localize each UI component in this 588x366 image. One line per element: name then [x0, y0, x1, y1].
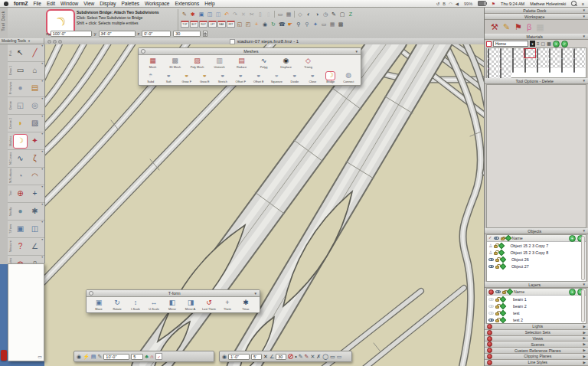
tool-button-secondary[interactable]: +: [28, 187, 42, 201]
add-material-button[interactable]: +: [553, 41, 560, 47]
close-icon[interactable]: [89, 291, 93, 296]
pen-icon[interactable]: ✎: [299, 354, 303, 359]
lock-icon[interactable]: [494, 245, 498, 248]
material-swatch[interactable]: [487, 58, 499, 68]
chevron-down-icon[interactable]: ▼: [583, 229, 586, 233]
layer-name[interactable]: beam 2: [513, 304, 527, 309]
toolbar-icon[interactable]: ▦: [285, 10, 292, 18]
diamond-icon[interactable]: [500, 256, 506, 262]
mesh-tool-button[interactable]: ◒ Close: [304, 71, 322, 84]
toolbar-icon[interactable]: ☛: [286, 20, 294, 28]
diamond-icon[interactable]: [498, 242, 505, 248]
material-swatch[interactable]: [524, 58, 536, 68]
material-swatch[interactable]: [560, 58, 573, 68]
toolbar-icon[interactable]: ☎: [278, 20, 286, 28]
tool-button-secondary[interactable]: ◫: [28, 222, 42, 237]
spotlight-search-icon[interactable]: [571, 1, 577, 6]
palette-dock-header[interactable]: Palette Dock ▼: [485, 8, 588, 14]
lock-column-icon[interactable]: [501, 237, 505, 240]
object-row[interactable]: ♙ Object 15 2 3 Copy 7: [487, 242, 586, 249]
mesh-tool-button[interactable]: ◒ Offset E: [250, 71, 268, 84]
workspace-tool-icon[interactable]: ⚑: [514, 23, 522, 31]
angle-icon[interactable]: ∠: [270, 354, 274, 359]
materials-library-select[interactable]: Home: [493, 41, 528, 47]
tool-button-primary[interactable]: ∿: [13, 152, 28, 166]
diamond-icon[interactable]: [500, 309, 506, 315]
toolbar-icon[interactable]: +: [253, 20, 260, 28]
tool-button-primary[interactable]: ▣: [13, 222, 28, 237]
workspace-tool-icon[interactable]: ▦: [536, 23, 544, 31]
snap-divisions-field[interactable]: 5': [251, 354, 262, 360]
x-coordinate-field[interactable]: 100'-0": [51, 31, 92, 37]
object-row[interactable]: ♙ Object 15 2 3 Copy 8: [487, 249, 586, 256]
object-name[interactable]: Object 27: [511, 264, 529, 269]
chevron-down-icon[interactable]: ▼: [28, 39, 31, 43]
panel-corner-icon[interactable]: ▭: [38, 354, 42, 359]
chevron-down-icon[interactable]: ▼: [583, 283, 586, 286]
layer-row[interactable]: test: [487, 309, 586, 316]
material-swatch[interactable]: [511, 48, 524, 58]
toolbar-icon[interactable]: ◱: [236, 20, 243, 28]
pen-icon[interactable]: ✎: [97, 354, 102, 359]
swatch-view-icon[interactable]: ▢: [541, 41, 546, 46]
tool-row-popout-icon[interactable]: ▼: [41, 185, 44, 188]
viewport-3d-model[interactable]: [44, 44, 484, 366]
camera-icon[interactable]: ◉: [77, 354, 81, 359]
tool-button-secondary[interactable]: ▨: [28, 116, 42, 131]
mesh-tool-button[interactable]: ◒ Soft: [160, 71, 178, 84]
menu-item[interactable]: Extensions: [175, 1, 199, 6]
figure-icon[interactable]: ♙: [488, 243, 492, 248]
tool-button-secondary[interactable]: ✦: [28, 134, 42, 149]
toolbar-icon[interactable]: ◰: [244, 20, 252, 28]
material-swatch[interactable]: [487, 68, 499, 78]
menu-item[interactable]: File: [33, 1, 41, 6]
chevron-right-icon[interactable]: ▶: [583, 361, 586, 364]
tool-button-secondary[interactable]: ◎: [28, 99, 42, 113]
lock-icon[interactable]: [494, 252, 498, 255]
camera-icon[interactable]: ◉: [222, 354, 227, 359]
eye-column-icon[interactable]: [494, 237, 499, 240]
collapsed-palette-bar[interactable]: Scenes ▶: [485, 341, 588, 348]
mesh-tool-button[interactable]: ◒ Stretch: [214, 71, 232, 84]
chevron-right-icon[interactable]: ▶: [583, 348, 586, 352]
lock-icon[interactable]: [495, 306, 499, 309]
toolbar-icon[interactable]: ▢: [338, 10, 346, 18]
chevron-down-icon[interactable]: ▼: [583, 79, 586, 83]
tool-button-primary[interactable]: ☽: [13, 134, 28, 149]
toolbar-icon[interactable]: ◑: [313, 10, 321, 18]
collapsed-palette-bar[interactable]: Lights ▶: [485, 324, 588, 330]
workspace-tool-icon[interactable]: β: [527, 23, 531, 31]
toolbar-icon[interactable]: ◷: [322, 10, 329, 18]
snap-grid-checkbox[interactable]: ✓: [155, 353, 162, 360]
toolbar-icon[interactable]: [273, 10, 276, 18]
toolbar-icon[interactable]: ▣: [198, 10, 205, 18]
plant-icon[interactable]: ♣: [145, 354, 149, 359]
mesh-tool-button[interactable]: ◒ Divide: [286, 71, 304, 84]
tool-button-primary[interactable]: ▭: [13, 64, 28, 78]
object-row[interactable]: ♙ Object 26: [487, 256, 586, 263]
bolt-icon[interactable]: ⚡: [83, 354, 90, 359]
workspace-header[interactable]: Workspace ▼: [485, 14, 588, 20]
tool-button-primary[interactable]: ?: [13, 240, 28, 254]
toolbar-icon[interactable]: ✱: [189, 10, 197, 18]
tool-button-primary[interactable]: ↖: [13, 46, 28, 60]
eye-column-icon[interactable]: [495, 290, 501, 293]
workspace-tool-icon[interactable]: ✎: [503, 23, 510, 31]
toolbar-icon[interactable]: ✕: [240, 10, 247, 18]
grid-spacing-field[interactable]: 10'-0": [103, 354, 129, 360]
diamond-icon[interactable]: [498, 249, 505, 255]
add-layer-button[interactable]: +: [569, 289, 576, 296]
mesh-tool-button[interactable]: ☽ Bridge: [322, 71, 340, 84]
mesh-tool-button[interactable]: ◍ Connect: [340, 71, 358, 84]
tform-tool-button[interactable]: ▣ Move: [90, 298, 108, 311]
eye-icon[interactable]: [488, 258, 494, 261]
mesh-tool-button[interactable]: ◒ Grow F: [178, 71, 196, 84]
close-icon[interactable]: [141, 49, 145, 54]
tool-row-popout-icon[interactable]: ▼: [41, 150, 44, 153]
toolbar-icon[interactable]: ↶: [223, 10, 230, 18]
collapsed-palette-bar[interactable]: Views ▶: [485, 336, 588, 342]
tool-button-secondary[interactable]: ◠: [28, 169, 42, 184]
chevron-down-icon[interactable]: ▼: [583, 34, 586, 38]
panel-icon[interactable]: ▤: [91, 354, 96, 359]
material-swatch[interactable]: [499, 48, 511, 58]
